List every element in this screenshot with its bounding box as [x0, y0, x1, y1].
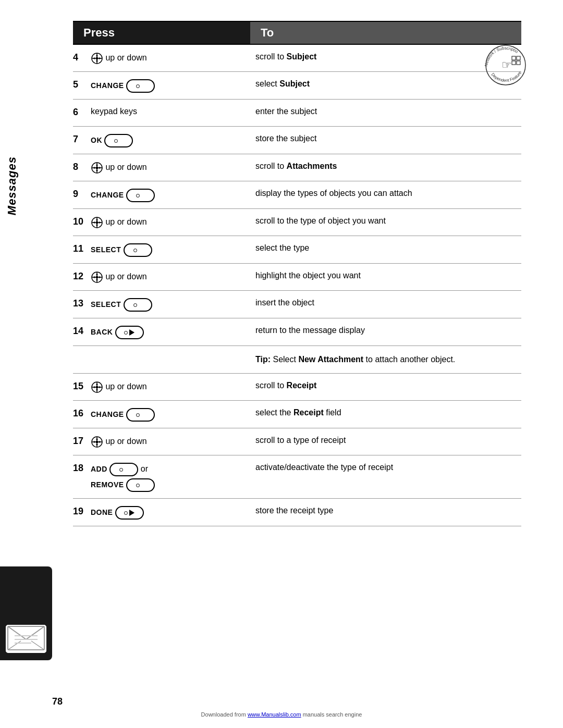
table-row: 13 SELECT insert the object: [73, 291, 521, 318]
row-action-16: CHANGE: [91, 408, 245, 422]
svg-marker-41: [93, 221, 95, 224]
footer-link[interactable]: www.Manualslib.com: [248, 711, 301, 718]
col-to-11: select the type: [250, 239, 521, 257]
row-action-5: CHANGE: [91, 79, 245, 93]
row-num-12: 12: [73, 271, 88, 282]
row-action-4: up or down: [91, 52, 245, 65]
row-action-13: SELECT: [91, 298, 245, 312]
svg-marker-24: [96, 60, 98, 63]
tip-row: Tip: Select New Attachment to attach ano…: [73, 346, 521, 374]
svg-marker-25: [93, 57, 95, 59]
col-to-8: scroll to Attachments: [250, 157, 521, 175]
row-num-10: 10: [73, 216, 88, 227]
ok-button-7[interactable]: [104, 134, 133, 147]
svg-marker-26: [99, 57, 101, 59]
change-button-5[interactable]: [126, 79, 155, 93]
table-row: 19 DONE store the receipt type: [73, 499, 521, 526]
svg-rect-15: [512, 56, 516, 60]
svg-point-22: [96, 57, 99, 60]
row-num-14: 14: [73, 326, 88, 337]
svg-rect-17: [512, 61, 516, 65]
table-row: 10 up or down scroll to the type: [73, 209, 521, 236]
remove-button-18[interactable]: [126, 478, 155, 492]
col-press-9: 9 CHANGE: [73, 184, 250, 205]
page-container: Messages: [0, 0, 563, 728]
row-num-18: 18: [73, 463, 88, 474]
svg-point-46: [96, 276, 99, 279]
svg-marker-65: [93, 441, 95, 443]
svg-point-62: [96, 441, 99, 443]
footer-downloaded: Downloaded from: [201, 711, 248, 718]
svg-marker-47: [96, 273, 98, 275]
table-row: 12 up or down highlight the objec: [73, 264, 521, 291]
row-action-7: OK: [91, 134, 245, 147]
col-to-10: scroll to the type of object you want: [250, 212, 521, 230]
col-press-16: 16 CHANGE: [73, 404, 250, 425]
col-to-6: enter the subject: [250, 103, 521, 120]
row-num-8: 8: [73, 162, 88, 172]
table-header: Press To: [73, 21, 521, 45]
svg-marker-56: [96, 389, 98, 391]
table-row: 4 up or down scroll to Subject: [73, 45, 521, 72]
col-press-7: 7 OK: [73, 130, 250, 151]
col-to-9: display the types of objects you can att…: [250, 184, 521, 202]
network-subscription-badge: Network / Subscriptio Dependent Feature …: [480, 42, 532, 89]
sidebar-messages-label: Messages: [5, 156, 19, 215]
svg-marker-55: [96, 383, 98, 385]
col-press-13: 13 SELECT: [73, 294, 250, 315]
table-row: 17 up or down scroll to a type of: [73, 428, 521, 455]
col-press-4: 4 up or down: [73, 48, 250, 68]
svg-point-30: [96, 167, 99, 169]
svg-marker-57: [93, 386, 95, 388]
main-content: Press To 4 up or d: [73, 21, 521, 526]
row-action-12: up or down: [91, 271, 245, 283]
svg-marker-64: [96, 444, 98, 446]
svg-rect-16: [517, 56, 520, 60]
select-button-11[interactable]: [124, 243, 152, 257]
svg-marker-40: [96, 225, 98, 227]
row-action-9: CHANGE: [91, 189, 245, 202]
row-num-7: 7: [73, 134, 88, 145]
tip-content: Tip: Select New Attachment to attach ano…: [250, 351, 521, 368]
svg-marker-63: [96, 438, 98, 440]
row-action-17: up or down: [91, 436, 245, 448]
svg-rect-18: [517, 61, 520, 65]
row-action-8: up or down: [91, 162, 245, 174]
row-num-17: 17: [73, 436, 88, 447]
row-num-6: 6: [73, 107, 88, 118]
change-button-16[interactable]: [126, 408, 155, 422]
tip-col-press: [73, 351, 250, 368]
svg-marker-42: [99, 221, 101, 224]
row-action-11: SELECT: [91, 243, 245, 257]
row-num-11: 11: [73, 243, 88, 254]
done-button-19[interactable]: [115, 506, 144, 520]
row-action-19: DONE: [91, 506, 245, 520]
svg-marker-23: [96, 54, 98, 56]
svg-marker-39: [96, 218, 98, 220]
svg-point-38: [96, 221, 99, 224]
col-to-15: scroll to Receipt: [250, 377, 521, 394]
change-button-9[interactable]: [126, 189, 155, 202]
header-to: To: [250, 22, 521, 44]
svg-marker-58: [99, 386, 101, 388]
table-row: 6 keypad keys enter the subject: [73, 100, 521, 127]
col-press-19: 19 DONE: [73, 502, 250, 523]
table-row: 5 CHANGE select Subject: [73, 72, 521, 100]
svg-marker-66: [99, 441, 101, 443]
add-button-18[interactable]: [109, 463, 138, 476]
row-num-19: 19: [73, 506, 88, 517]
select-button-13[interactable]: [124, 298, 152, 312]
col-to-18: activate/deactivate the type of receipt: [250, 459, 521, 476]
header-press: Press: [73, 22, 250, 44]
svg-point-54: [96, 386, 99, 389]
page-number: 78: [52, 696, 63, 707]
row-action-14: BACK: [91, 326, 245, 339]
col-press-5: 5 CHANGE: [73, 75, 250, 96]
svg-text:☞: ☞: [501, 58, 512, 71]
back-button-14[interactable]: [115, 326, 144, 339]
col-to-7: store the subject: [250, 130, 521, 147]
row-action-10: up or down: [91, 216, 245, 229]
row-action-18: ADD or REMOVE: [91, 463, 245, 492]
col-to-16: select the Receipt field: [250, 404, 521, 422]
col-press-12: 12 up or down: [73, 267, 250, 287]
